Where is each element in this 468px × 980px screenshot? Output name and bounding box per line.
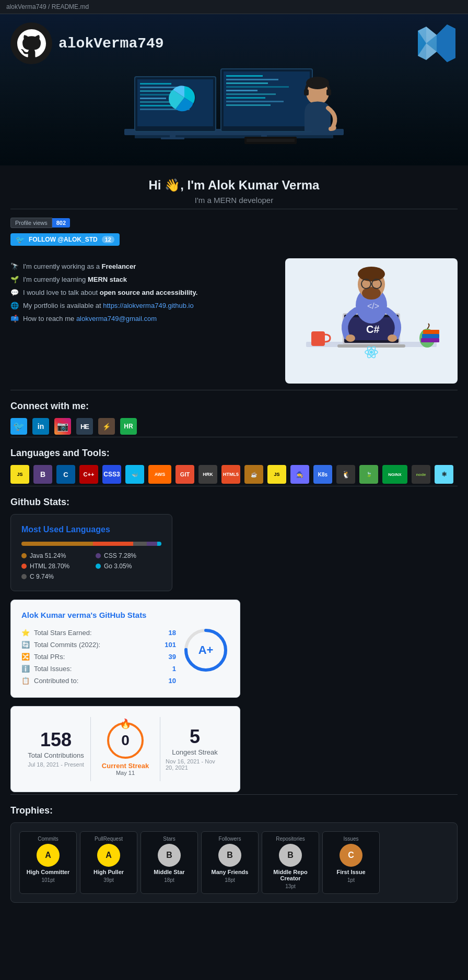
total-contributions-num: 158 <box>40 731 72 749</box>
svg-rect-54 <box>421 338 439 342</box>
svg-rect-26 <box>161 137 184 139</box>
trophy-followers-name: Many Friends <box>212 869 249 875</box>
svg-rect-30 <box>247 139 295 142</box>
lang-item-go: Go 3.05% <box>96 563 161 570</box>
stat-contributed-label: Contributed to: <box>34 677 78 685</box>
svg-text:C#: C# <box>366 324 380 335</box>
trophy-stars-points: 18pt <box>164 877 174 883</box>
stats-title: Github Stats: <box>10 497 458 508</box>
bio-item-3: 💬 I would love to talk about open source… <box>10 289 275 296</box>
bottom-spacer <box>10 903 458 918</box>
bio-icon-5: 📫 <box>10 315 19 322</box>
trophy-commits-rank: A <box>37 844 60 867</box>
tool-bootstrap: B <box>33 465 52 484</box>
total-contributions-dates: Jul 18, 2021 - Present <box>28 761 84 768</box>
streak-card: 158 Total Contributions Jul 18, 2021 - P… <box>10 706 240 792</box>
lang-bar-go <box>157 542 161 546</box>
stat-contributed: 📋 Contributed to: 10 <box>21 675 176 687</box>
trophy-prs: PullRequest A High Puller 39pt <box>80 831 137 894</box>
svg-rect-56 <box>423 330 439 334</box>
lang-dot-go <box>96 564 101 569</box>
stat-stars-label: Total Stars Earned: <box>34 629 92 637</box>
social-icons: 🐦 in 📷 HE ⚡ HR <box>10 418 458 435</box>
instagram-icon[interactable]: 📷 <box>54 418 71 435</box>
hackerrank-icon[interactable]: HR <box>120 418 137 435</box>
tools-title: Languages and Tools: <box>10 448 458 459</box>
divider-2 <box>10 437 458 437</box>
divider-3 <box>10 486 458 486</box>
trophy-prs-rank: A <box>97 844 120 867</box>
vscode-icon <box>416 22 458 66</box>
trophy-repos-category: Repositories <box>276 836 305 842</box>
hackerearth-icon[interactable]: HE <box>76 418 93 435</box>
tool-jenkins: 🧙 <box>290 465 309 484</box>
lang-item-html: HTML 28.70% <box>21 563 87 570</box>
stats-section: Github Stats: Most Used Languages Java 5… <box>10 497 458 792</box>
trophy-issues-name: First Issue <box>336 869 365 875</box>
trophy-commits-category: Commits <box>38 836 58 842</box>
profile-subtitle: I'm a MERN developer <box>10 196 458 205</box>
trophy-repos-name: Middle Repo Creator <box>267 869 313 881</box>
stat-issues-label: Total Issues: <box>34 665 72 673</box>
current-streak-label: Current Streak <box>102 762 149 770</box>
lang-dot-java <box>21 553 27 558</box>
svg-point-45 <box>358 267 385 281</box>
bio-right: C# <box>285 258 458 384</box>
tool-javascript: JS <box>267 465 286 484</box>
follow-button[interactable]: 🐦 FOLLOW @ALOK_STD 12 <box>10 233 120 246</box>
tool-react: ⚛ <box>435 465 453 484</box>
svg-rect-17 <box>226 79 278 80</box>
portfolio-link[interactable]: https://alokverma749.github.io <box>103 302 193 309</box>
email-link[interactable]: alokverma749@gmail.com <box>76 315 157 322</box>
bio-left: 🔭 I'm currently working as a Freelancer … <box>10 258 275 384</box>
stat-stars: ⭐ Total Stars Earned: 18 <box>21 627 176 639</box>
trophy-issues: Issues C First Issue 1pt <box>322 831 380 894</box>
svg-rect-42 <box>337 344 405 348</box>
twitter-icon[interactable]: 🐦 <box>10 418 27 435</box>
total-contributions-label: Total Contributions <box>28 751 84 759</box>
svg-rect-25 <box>170 132 176 138</box>
trophy-stars-rank: B <box>158 844 181 867</box>
breadcrumb: alokVerma749 / README.md <box>6 3 89 10</box>
language-legend: Java 51.24% CSS 7.28% HTML 28.70% Go 3.0… <box>21 552 161 580</box>
stat-issues-value: 1 <box>172 665 176 673</box>
current-streak-circle: 🔥 0 <box>107 722 144 759</box>
trophy-repos: Repositories B Middle Repo Creator 13pt <box>262 831 319 894</box>
codechef-icon[interactable]: ⚡ <box>98 418 115 435</box>
tool-git: GIT <box>176 465 194 484</box>
tool-c: C <box>56 465 75 484</box>
trophy-prs-name: High Puller <box>93 869 124 875</box>
svg-rect-18 <box>226 82 268 84</box>
svg-rect-19 <box>226 86 289 88</box>
trophies-title: Trophies: <box>10 805 458 816</box>
longest-streak-label: Longest Streak <box>172 748 217 756</box>
divider-1 <box>10 390 458 390</box>
profile-header: Hi 👋, I'm Alok Kumar Verma I'm a MERN de… <box>10 165 458 209</box>
stat-prs-icon: 🔀 <box>21 653 30 661</box>
lang-item-java: Java 51.24% <box>21 552 87 559</box>
svg-rect-21 <box>226 93 276 95</box>
hero-illustration <box>103 40 365 165</box>
stat-commits-label: Total Commits (2022): <box>34 641 100 649</box>
trophy-commits-name: High Committer <box>27 869 70 875</box>
trophy-followers-category: Followers <box>219 836 241 842</box>
svg-rect-9 <box>140 98 166 99</box>
tool-docker: 🐳 <box>125 465 144 484</box>
bio-icon-2: 🌱 <box>10 276 19 283</box>
tool-java: ☕ <box>244 465 263 484</box>
lang-dot-c <box>21 574 27 579</box>
tools-section: Languages and Tools: JS B C C++ CSS3 🐳 A… <box>10 448 458 484</box>
stat-commits-value: 101 <box>165 641 176 649</box>
github-icon <box>10 22 52 64</box>
trophy-commits-points: 101pt <box>41 877 54 883</box>
bio-item-2: 🌱 I'm currently learning MERN stack <box>10 276 275 283</box>
connect-section: Connect with me: 🐦 in 📷 HE ⚡ HR <box>10 401 458 435</box>
bio-icon-3: 💬 <box>10 289 19 296</box>
trophy-stars: Stars B Middle Star 18pt <box>141 831 198 894</box>
tool-cpp: C++ <box>79 465 98 484</box>
tool-js: JS <box>10 465 29 484</box>
svg-rect-16 <box>226 75 263 77</box>
grade-text: A+ <box>198 643 214 657</box>
lang-bar-html <box>93 542 133 546</box>
linkedin-icon[interactable]: in <box>32 418 49 435</box>
